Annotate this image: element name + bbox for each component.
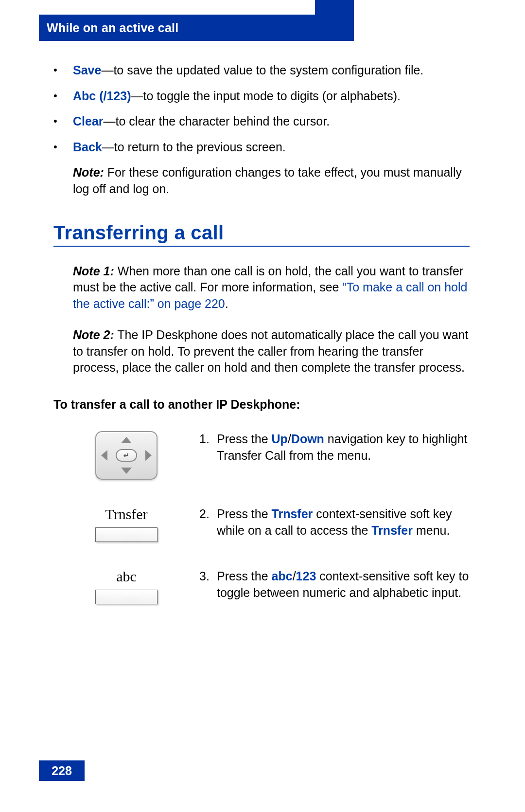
step-text: 3. Press the abc/123 context-sensitive s…: [199, 568, 470, 601]
bullet-desc: —to toggle the input mode to digits (or …: [131, 89, 401, 103]
softkey-label: Trnsfer: [105, 506, 147, 523]
softkey-button-icon: [95, 527, 158, 542]
arrow-down-icon: [121, 468, 132, 474]
keyword: Down: [291, 432, 324, 446]
note2-text: The IP Deskphone does not automatically …: [73, 328, 468, 375]
note-2: Note 2: The IP Deskphone does not automa…: [73, 327, 470, 376]
bullet-text: Save—to save the updated value to the sy…: [73, 62, 470, 78]
bullet-marker: •: [53, 113, 73, 128]
steps-list: ↵ 1. Press the Up/Down navigation key to…: [53, 431, 470, 604]
procedure-heading: To transfer a call to another IP Deskpho…: [53, 397, 470, 412]
keyword: Trnsfer: [272, 507, 313, 521]
bullet-desc: —to return to the previous screen.: [102, 140, 286, 154]
bullet-marker: •: [53, 62, 73, 77]
step-number: 1.: [199, 431, 217, 464]
softkey-label: abc: [116, 568, 137, 585]
page: While on an active call • Save—to save t…: [0, 0, 525, 812]
page-number: 228: [39, 760, 85, 781]
bullet-list: • Save—to save the updated value to the …: [53, 62, 470, 155]
bullet-text: Clear—to clear the character behind the …: [73, 113, 470, 129]
step-row: abc 3. Press the abc/123 context-sensiti…: [53, 568, 470, 604]
note-label: Note 2:: [73, 328, 114, 342]
note-label: Note:: [73, 165, 104, 179]
step-text: 2. Press the Trnsfer context-sensitive s…: [199, 506, 470, 539]
step-icon-cell: Trnsfer: [53, 506, 199, 542]
step-body: Press the abc/123 context-sensitive soft…: [217, 568, 470, 601]
arrow-right-icon: [145, 450, 152, 461]
bullet-item: • Abc (/123)—to toggle the input mode to…: [53, 88, 470, 104]
bullet-marker: •: [53, 139, 73, 154]
bullet-text: Back—to return to the previous screen.: [73, 139, 470, 155]
step-number: 2.: [199, 506, 217, 539]
bullet-marker: •: [53, 88, 73, 103]
keyword: 123: [296, 569, 316, 583]
header-band: While on an active call: [39, 15, 354, 41]
softkey-icon: Trnsfer: [95, 506, 158, 542]
step-row: ↵ 1. Press the Up/Down navigation key to…: [53, 431, 470, 480]
bullet-desc: —to save the updated value to the system…: [101, 63, 423, 77]
step-body: Press the Up/Down navigation key to high…: [217, 431, 470, 464]
section-heading: Transferring a call: [53, 222, 470, 247]
keyword: abc: [272, 569, 293, 583]
bullet-keyword: Clear: [73, 114, 104, 128]
bullet-keyword: Abc (/123): [73, 89, 131, 103]
note-label: Note 1:: [73, 264, 114, 278]
keyword: Trnsfer: [371, 523, 413, 537]
arrow-left-icon: [101, 450, 107, 461]
bullet-item: • Save—to save the updated value to the …: [53, 62, 470, 78]
bullet-keyword: Back: [73, 140, 102, 154]
softkey-button-icon: [95, 590, 158, 604]
navigation-pad-icon: ↵: [95, 431, 158, 480]
content-area: • Save—to save the updated value to the …: [53, 54, 470, 631]
step-icon-cell: abc: [53, 568, 199, 604]
step-row: Trnsfer 2. Press the Trnsfer context-sen…: [53, 506, 470, 542]
arrow-up-icon: [121, 437, 132, 443]
enter-key-icon: ↵: [116, 449, 137, 462]
step-body: Press the Trnsfer context-sensitive soft…: [217, 506, 470, 539]
note1-post: .: [225, 297, 228, 310]
step-text: 1. Press the Up/Down navigation key to h…: [199, 431, 470, 464]
header-title: While on an active call: [47, 21, 178, 35]
note-1: Note 1: When more than one call is on ho…: [73, 263, 470, 312]
keyword: Up: [272, 432, 288, 446]
step-number: 3.: [199, 568, 217, 601]
bullet-item: • Back—to return to the previous screen.: [53, 139, 470, 155]
softkey-icon: abc: [95, 568, 158, 604]
bullet-keyword: Save: [73, 63, 101, 77]
config-note: Note: For these configuration changes to…: [73, 164, 470, 198]
step-icon-cell: ↵: [53, 431, 199, 480]
bullet-text: Abc (/123)—to toggle the input mode to d…: [73, 88, 470, 104]
bullet-item: • Clear—to clear the character behind th…: [53, 113, 470, 129]
header-accent-bar: [315, 0, 354, 15]
bullet-desc: —to clear the character behind the curso…: [104, 114, 330, 128]
note-text: For these configuration changes to take …: [73, 165, 462, 196]
